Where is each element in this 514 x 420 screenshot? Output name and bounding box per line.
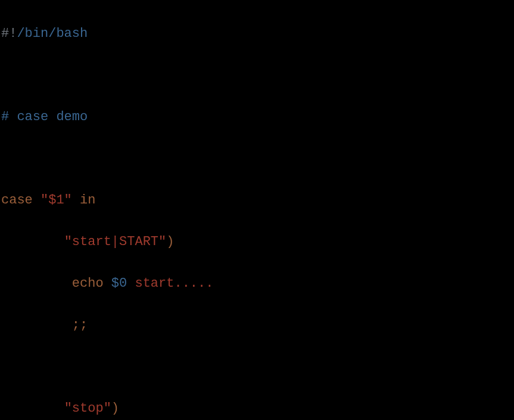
indent <box>1 401 64 416</box>
code-line-5: case "$1" in <box>1 190 513 211</box>
indent <box>1 318 72 333</box>
indent <box>1 234 64 249</box>
code-line-8: ;; <box>1 315 513 336</box>
paren: ) <box>111 401 119 416</box>
code-line-1: #!/bin/bash <box>1 23 513 44</box>
blank-line <box>1 65 513 86</box>
code-line-6: "start|START") <box>1 231 513 252</box>
case-pattern: "start|START" <box>64 234 167 249</box>
shebang-path: /bin/bash <box>17 26 88 41</box>
variable: $0 <box>111 276 127 291</box>
case-terminator: ;; <box>72 318 88 333</box>
case-pattern: "stop" <box>64 401 111 416</box>
code-line-3: # case demo <box>1 106 513 127</box>
command-echo: echo <box>72 276 104 291</box>
code-line-7: echo $0 start..... <box>1 273 513 294</box>
code-line-10: "stop") <box>1 398 513 419</box>
blank-line <box>1 148 513 169</box>
paren: ) <box>166 234 174 249</box>
comment-text: # case demo <box>1 109 88 124</box>
blank-line <box>1 356 513 377</box>
keyword-case: case <box>1 193 33 208</box>
keyword-in: in <box>80 193 95 208</box>
indent <box>1 276 72 291</box>
code-editor[interactable]: #!/bin/bash # case demo case "$1" in "st… <box>0 0 514 420</box>
case-arg: "$1" <box>41 193 72 208</box>
shebang-marker: #! <box>1 26 17 41</box>
echo-text: start..... <box>135 276 213 291</box>
